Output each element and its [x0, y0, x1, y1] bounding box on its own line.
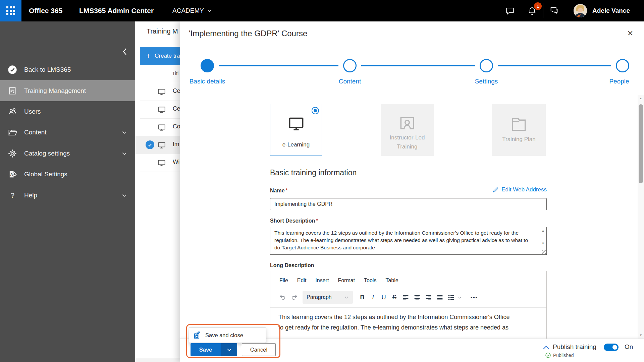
pencil-icon: [492, 187, 499, 193]
step-basic-details[interactable]: [201, 59, 214, 72]
menu-file[interactable]: File: [279, 278, 288, 284]
menu-format[interactable]: Format: [338, 278, 355, 284]
sidebar: Back to LMS365 Training Management Users…: [0, 21, 135, 362]
edit-web-address-link[interactable]: Edit Web Address: [482, 186, 547, 193]
radio-selected-icon[interactable]: [312, 107, 319, 114]
sidebar-item-label: Global Settings: [24, 171, 67, 178]
menu-tools[interactable]: Tools: [364, 278, 376, 284]
sidebar-item-label: Help: [24, 192, 37, 199]
table-row[interactable]: Wi: [135, 154, 180, 172]
sidebar-item-label: Back to LMS365: [24, 66, 71, 73]
plus-icon: +: [146, 51, 151, 61]
table-row[interactable]: Co: [135, 118, 180, 136]
help-icon: ?: [7, 190, 17, 200]
chevron-down-icon: [207, 8, 212, 13]
brand-office365: Office 365: [29, 0, 62, 21]
required-asterisk: *: [316, 218, 318, 224]
step-settings[interactable]: [480, 59, 493, 72]
align-center-button[interactable]: [411, 291, 423, 304]
dialog-scrollbar[interactable]: ▲ ▼: [638, 95, 644, 339]
chevron-down-icon: [121, 193, 127, 198]
table-row[interactable]: Ce: [135, 83, 180, 101]
save-options-button[interactable]: [221, 343, 237, 356]
divider: [71, 3, 71, 18]
table-row-selected[interactable]: Im: [135, 136, 180, 154]
name-input[interactable]: [270, 198, 547, 210]
step-label[interactable]: Settings: [460, 78, 513, 85]
italic-button[interactable]: I: [368, 291, 378, 304]
sidebar-item-users[interactable]: Users: [0, 101, 135, 122]
sidebar-item-training-management[interactable]: Training Management: [0, 80, 135, 101]
scroll-up-icon[interactable]: ▲: [541, 228, 545, 233]
step-label[interactable]: Content: [323, 78, 377, 85]
more-toolbar-button[interactable]: •••: [471, 291, 478, 304]
publish-training-label: Publish training: [553, 343, 596, 351]
step-content[interactable]: [343, 59, 357, 72]
chevron-down-icon: [121, 130, 127, 135]
textarea-scrollbar[interactable]: ▲ ▼: [540, 227, 546, 254]
scroll-up-icon[interactable]: ▲: [638, 96, 644, 101]
published-status: Published: [545, 353, 574, 358]
undo-icon[interactable]: [277, 291, 288, 304]
menu-edit[interactable]: Edit: [297, 278, 307, 284]
monitor-icon: [157, 141, 166, 151]
align-right-button[interactable]: [423, 291, 434, 304]
panel-footer-strip: [135, 358, 180, 362]
bold-button[interactable]: B: [357, 291, 368, 304]
sidebar-item-catalog-settings[interactable]: Catalog settings: [0, 143, 135, 164]
users-icon: [7, 107, 17, 117]
feedback-icon: [549, 6, 559, 15]
step-label[interactable]: People: [592, 78, 644, 85]
short-description-textarea[interactable]: This learning covers the 12 steps as out…: [270, 227, 547, 255]
strikethrough-button[interactable]: S: [389, 291, 400, 304]
sidebar-item-label: Training Management: [24, 87, 86, 95]
list-options-chevron-icon[interactable]: [458, 291, 462, 304]
stepper-line: [361, 65, 475, 66]
redo-icon[interactable]: [288, 291, 300, 304]
close-button[interactable]: ✕: [624, 27, 637, 40]
resize-grip[interactable]: [542, 250, 546, 254]
cancel-button[interactable]: Cancel: [242, 343, 276, 356]
chevron-down-icon: [226, 347, 232, 353]
scrollbar-thumb[interactable]: [639, 104, 643, 183]
card-instructor-led[interactable]: Instructor-Led Training: [381, 104, 434, 156]
scroll-down-icon[interactable]: ▼: [541, 241, 545, 246]
short-description-label: Short Description*: [270, 218, 318, 224]
menu-insert[interactable]: Insert: [315, 278, 329, 284]
screen: Office 365 LMS365 Admin Center ACADEMY 1: [0, 0, 644, 362]
sidebar-collapse-button[interactable]: [118, 45, 131, 58]
paragraph-style-select[interactable]: Paragraph: [303, 291, 353, 304]
global-settings-icon: A: [7, 169, 17, 179]
step-people[interactable]: [616, 59, 629, 72]
name-label: Name*: [270, 188, 288, 194]
sidebar-item-help[interactable]: ? Help: [0, 185, 135, 206]
scroll-down-icon[interactable]: ▼: [638, 333, 644, 338]
sidebar-item-content[interactable]: Content: [0, 122, 135, 143]
editor-content[interactable]: This learning covers the 12 steps as out…: [278, 312, 538, 333]
table-row[interactable]: Ce: [135, 101, 180, 118]
publish-toggle[interactable]: [604, 344, 619, 351]
user-avatar[interactable]: [574, 4, 587, 17]
notification-badge: 1: [534, 2, 542, 10]
card-elearning[interactable]: e-Learning: [270, 104, 322, 156]
save-and-close-menu-item[interactable]: Save and close: [189, 327, 266, 343]
user-name[interactable]: Adele Vance: [592, 0, 630, 21]
save-button[interactable]: Save: [191, 343, 221, 356]
feedback-button[interactable]: [543, 0, 565, 21]
sidebar-item-global-settings[interactable]: A Global Settings: [0, 164, 135, 185]
tenant-dropdown[interactable]: ACADEMY: [172, 0, 212, 21]
justify-button[interactable]: [434, 291, 445, 304]
sidebar-item-back-to-lms365[interactable]: Back to LMS365: [0, 59, 135, 80]
menu-table[interactable]: Table: [385, 278, 398, 284]
card-training-plan[interactable]: Training Plan: [492, 104, 546, 156]
align-left-button[interactable]: [400, 291, 411, 304]
chevron-up-icon[interactable]: [543, 345, 550, 350]
app-launcher-button[interactable]: [0, 0, 21, 21]
underline-button[interactable]: U: [378, 291, 389, 304]
chat-button[interactable]: [499, 0, 521, 21]
long-description-label: Long Description: [270, 262, 314, 268]
step-label[interactable]: Basic details: [180, 78, 234, 85]
bullet-list-button[interactable]: [445, 291, 457, 304]
divider: [158, 3, 158, 18]
create-training-button[interactable]: + Create tra: [140, 47, 180, 65]
